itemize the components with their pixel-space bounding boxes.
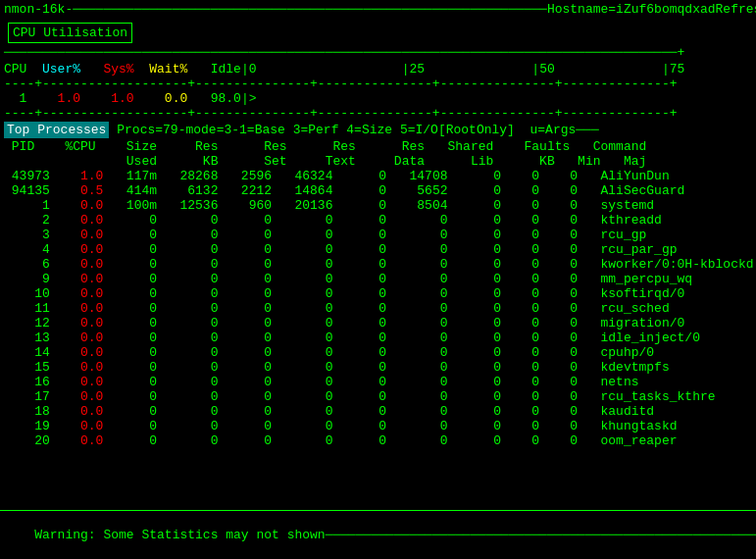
cpu-utilisation-section: CPU Utilisation ────────────────────────… — [0, 19, 756, 62]
table-row: 12 0.0 0 0 0 0 0 0 0 0 0 migration/0 — [0, 316, 756, 330]
cpu-utilisation-label: CPU Utilisation — [13, 25, 127, 40]
cpu-dashes: ────────────────────────────────────────… — [4, 45, 684, 60]
terminal: nmon-16k-───────────────────────────────… — [0, 0, 756, 559]
title-bar: nmon-16k-───────────────────────────────… — [0, 0, 756, 19]
col-headers-2: Used KB Set Text Data Lib KB Min Maj — [0, 154, 756, 169]
table-row: 94135 0.5 414m 6132 2212 14864 0 5652 0 … — [0, 183, 756, 198]
table-row: 6 0.0 0 0 0 0 0 0 0 0 0 kworker/0:0H-kbl… — [0, 257, 756, 272]
title-text: nmon-16k- — [4, 2, 73, 17]
cpu-utilisation-box: CPU Utilisation — [8, 23, 132, 43]
table-row: 17 0.0 0 0 0 0 0 0 0 0 0 rcu_tasks_kthre — [0, 389, 756, 404]
processes-info: Procs=79-mode=3-1=Base 3=Perf 4=Size 5=I… — [117, 123, 576, 137]
table-row: 3 0.0 0 0 0 0 0 0 0 0 0 rcu_gp — [0, 228, 756, 242]
process-list: 43973 1.0 117m 28268 2596 46324 0 14708 … — [0, 169, 756, 448]
table-row: 1 0.0 100m 12536 960 20136 0 8504 0 0 0 … — [0, 198, 756, 213]
table-row: 4 0.0 0 0 0 0 0 0 0 0 0 rcu_par_gp — [0, 242, 756, 257]
table-row: 14 0.0 0 0 0 0 0 0 0 0 0 cpuhp/0 — [0, 345, 756, 360]
cpu-header-row: CPU User% Sys% Wait% Idle|0 |25 |50 |75 … — [0, 62, 756, 76]
table-row: 20 0.0 0 0 0 0 0 0 0 0 0 oom_reaper — [0, 433, 756, 448]
cpu-dashed-separator2: ----+-------------------+---------------… — [0, 106, 756, 121]
cpu-data-row: 1 1.0 1.0 0.0 98.0|> | — [0, 91, 756, 106]
table-row: 2 0.0 0 0 0 0 0 0 0 0 0 kthreadd — [0, 213, 756, 228]
status-bar: Warning: Some Statistics may not shown──… — [0, 510, 756, 559]
status-text: Warning: Some Statistics may not shown — [34, 528, 325, 542]
table-row: 11 0.0 0 0 0 0 0 0 0 0 0 rcu_sched — [0, 301, 756, 316]
table-row: 19 0.0 0 0 0 0 0 0 0 0 0 khungtaskd — [0, 419, 756, 433]
table-row: 16 0.0 0 0 0 0 0 0 0 0 0 netns — [0, 375, 756, 389]
table-row: 10 0.0 0 0 0 0 0 0 0 0 0 ksoftirqd/0 — [0, 286, 756, 301]
table-row: 18 0.0 0 0 0 0 0 0 0 0 0 kauditd — [0, 404, 756, 419]
top-processes-label: Top Processes — [4, 122, 109, 138]
table-row: 9 0.0 0 0 0 0 0 0 0 0 0 mm_percpu_wq — [0, 272, 756, 286]
col-headers-1: PID %CPU Size Res Res Res Res Shared Fau… — [0, 139, 756, 154]
cpu-dashed-separator: ----+-------------------+---------------… — [0, 76, 756, 91]
table-row: 13 0.0 0 0 0 0 0 0 0 0 0 idle_inject/0 — [0, 330, 756, 345]
hostname-text: Hostname=iZuf6bomqdxadRefresh= 2secs — [547, 2, 756, 17]
table-row: 43973 1.0 117m 28268 2596 46324 0 14708 … — [0, 169, 756, 183]
top-processes-header: Top Processes Procs=79-mode=3-1=Base 3=P… — [0, 121, 756, 139]
table-row: 15 0.0 0 0 0 0 0 0 0 0 0 kdevtmpfs — [0, 360, 756, 375]
